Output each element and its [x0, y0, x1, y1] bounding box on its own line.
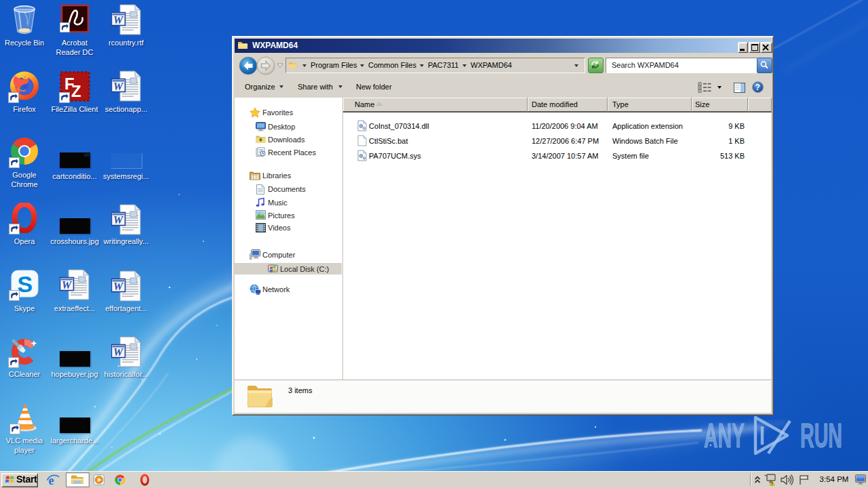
svg-text:Z: Z	[71, 82, 81, 100]
svg-text:W: W	[113, 14, 124, 26]
svg-text:?: ?	[755, 83, 760, 92]
svg-text:W: W	[113, 346, 124, 358]
svg-text:ANY: ANY	[704, 417, 745, 455]
svg-text:W: W	[62, 279, 73, 291]
svg-text:W: W	[113, 281, 124, 292]
svg-text:W: W	[113, 214, 124, 226]
svg-text:RUN: RUN	[800, 417, 842, 455]
svg-text:W: W	[113, 81, 124, 92]
